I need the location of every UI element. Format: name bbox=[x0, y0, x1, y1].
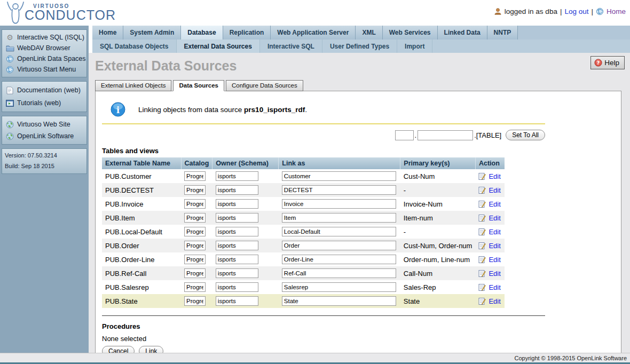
link-as-input[interactable] bbox=[282, 255, 396, 264]
edit-link[interactable]: Edit bbox=[489, 172, 500, 180]
owner-input[interactable] bbox=[216, 255, 258, 264]
logo-conductor-text: CONDUCTOR bbox=[25, 9, 116, 22]
tab-xml[interactable]: XML bbox=[356, 26, 382, 39]
set-to-all-row: . .[TABLE] Set To All bbox=[102, 130, 545, 140]
sidebar-item-webdav-browser[interactable]: WebDAV Browser bbox=[4, 43, 85, 53]
cancel-button[interactable]: Cancel bbox=[102, 346, 135, 353]
link-button[interactable]: Link bbox=[139, 346, 163, 353]
owner-input[interactable] bbox=[216, 199, 258, 209]
owner-input[interactable] bbox=[216, 185, 258, 195]
catalog-input[interactable] bbox=[184, 171, 206, 181]
tab-web-application-server[interactable]: Web Application Server bbox=[271, 26, 356, 39]
external-table-name: PUB.Order bbox=[102, 239, 181, 252]
sidebar-item-label: Tutorials (web) bbox=[17, 99, 61, 107]
tab-interactive-sql[interactable]: Interactive SQL bbox=[260, 39, 322, 53]
sidebar-item-virtuoso-start-menu[interactable]: Virtuoso Start Menu bbox=[4, 64, 85, 75]
link-as-input[interactable] bbox=[282, 227, 396, 236]
edit-link[interactable]: Edit bbox=[489, 200, 500, 208]
edit-link[interactable]: Edit bbox=[489, 242, 500, 250]
catalog-input[interactable] bbox=[184, 199, 206, 209]
sidebar-item-openlink-software[interactable]: OpenLink Software bbox=[4, 130, 85, 142]
edit-link[interactable]: Edit bbox=[489, 228, 500, 236]
set-all-catalog-input[interactable] bbox=[395, 130, 414, 140]
owner-input[interactable] bbox=[216, 282, 258, 292]
tab-replication[interactable]: Replication bbox=[223, 26, 271, 39]
tab-sql-database-objects[interactable]: SQL Database Objects bbox=[92, 39, 177, 53]
link-as-input[interactable] bbox=[282, 241, 396, 250]
sidebar-item-label: Virtuoso Start Menu bbox=[17, 66, 76, 73]
link-as-input[interactable] bbox=[282, 171, 396, 181]
procedures-status: None selected bbox=[102, 335, 545, 343]
tab-user-defined-types[interactable]: User Defined Types bbox=[322, 39, 397, 53]
col-primary-keys: Primary key(s) bbox=[400, 157, 476, 169]
catalog-input[interactable] bbox=[184, 268, 206, 278]
edit-link[interactable]: Edit bbox=[489, 186, 500, 194]
owner-input[interactable] bbox=[216, 171, 258, 181]
tab-home[interactable]: Home bbox=[92, 26, 123, 39]
tab-system-admin[interactable]: System Admin bbox=[123, 26, 181, 39]
dot-separator: . bbox=[415, 131, 417, 139]
primary-key-value: Item-num bbox=[400, 211, 476, 225]
tab-external-linked-objects[interactable]: External Linked Objects bbox=[95, 80, 171, 91]
link-as-input[interactable] bbox=[282, 296, 396, 306]
tab-linked-data[interactable]: Linked Data bbox=[438, 26, 487, 39]
link-as-input[interactable] bbox=[282, 282, 396, 292]
owner-input[interactable] bbox=[216, 227, 258, 236]
tab-import[interactable]: Import bbox=[397, 39, 432, 53]
tab-configure-data-sources[interactable]: Configure Data Sources bbox=[226, 80, 303, 91]
owner-input[interactable] bbox=[216, 296, 258, 306]
edit-link[interactable]: Edit bbox=[489, 270, 500, 278]
catalog-input[interactable] bbox=[184, 227, 206, 236]
sidebar-item-label: WebDAV Browser bbox=[17, 44, 70, 52]
edit-link[interactable]: Edit bbox=[489, 256, 500, 264]
edit-link[interactable]: Edit bbox=[489, 214, 500, 222]
version-text: Version: 07.50.3214 bbox=[5, 151, 84, 161]
catalog-input[interactable] bbox=[184, 213, 206, 223]
link-as-input[interactable] bbox=[282, 185, 396, 195]
tab-database[interactable]: Database bbox=[181, 26, 223, 39]
edit-link[interactable]: Edit bbox=[489, 297, 500, 305]
home-link[interactable]: Home bbox=[607, 7, 626, 15]
table-suffix-label: .[TABLE] bbox=[474, 131, 501, 139]
set-all-schema-input[interactable] bbox=[418, 130, 473, 140]
table-row: PUB.Item Item-num Edit bbox=[102, 211, 505, 225]
owner-input[interactable] bbox=[216, 213, 258, 223]
owner-input[interactable] bbox=[216, 241, 258, 250]
catalog-input[interactable] bbox=[184, 296, 206, 306]
table-row: PUB.Order-Line Order-num, Line-num Edit bbox=[102, 252, 505, 266]
tab-external-data-sources[interactable]: External Data Sources bbox=[177, 39, 260, 53]
catalog-input[interactable] bbox=[184, 282, 206, 292]
tab-data-sources[interactable]: Data Sources bbox=[173, 80, 224, 91]
primary-key-value: State bbox=[400, 294, 476, 308]
external-table-name: PUB.Invoice bbox=[102, 197, 181, 211]
edit-link[interactable]: Edit bbox=[489, 283, 500, 291]
sidebar-links-panel: Virtuoso Web Site OpenLink Software bbox=[2, 116, 87, 145]
external-table-name: PUB.Local-Default bbox=[102, 225, 181, 239]
sidebar-item-interactive-sql[interactable]: ⚙ Interactive SQL (ISQL) bbox=[4, 32, 85, 43]
catalog-input[interactable] bbox=[184, 241, 206, 250]
tutorial-icon bbox=[5, 99, 14, 107]
table-row: PUB.DECTEST - Edit bbox=[102, 183, 505, 197]
tab-nntp[interactable]: NNTP bbox=[487, 26, 518, 39]
separator: | bbox=[560, 7, 562, 15]
external-table-name: PUB.Order-Line bbox=[102, 252, 181, 266]
col-external-table-name: External Table Name bbox=[102, 157, 181, 169]
login-status-area: logged in as dba | Log out | Home bbox=[494, 7, 626, 15]
owner-input[interactable] bbox=[216, 268, 258, 278]
sidebar-item-documentation[interactable]: Documentation (web) bbox=[4, 84, 85, 97]
link-as-input[interactable] bbox=[282, 213, 396, 223]
link-as-input[interactable] bbox=[282, 199, 396, 209]
tab-web-services[interactable]: Web Services bbox=[383, 26, 438, 39]
catalog-input[interactable] bbox=[184, 255, 206, 264]
link-as-input[interactable] bbox=[282, 268, 396, 278]
primary-key-value: Order-num, Line-num bbox=[400, 252, 476, 266]
set-to-all-button[interactable]: Set To All bbox=[506, 130, 545, 140]
globe-swirl-icon bbox=[596, 7, 604, 15]
logout-link[interactable]: Log out bbox=[564, 7, 588, 15]
sidebar-item-openlink-data-spaces[interactable]: OpenLink Data Spaces bbox=[4, 53, 85, 64]
catalog-input[interactable] bbox=[184, 185, 206, 195]
sidebar-item-tutorials[interactable]: Tutorials (web) bbox=[4, 97, 85, 109]
help-button[interactable]: ? Help bbox=[590, 56, 625, 69]
sidebar-item-virtuoso-web-site[interactable]: Virtuoso Web Site bbox=[4, 118, 85, 130]
logged-in-text: logged in as dba bbox=[505, 7, 557, 15]
